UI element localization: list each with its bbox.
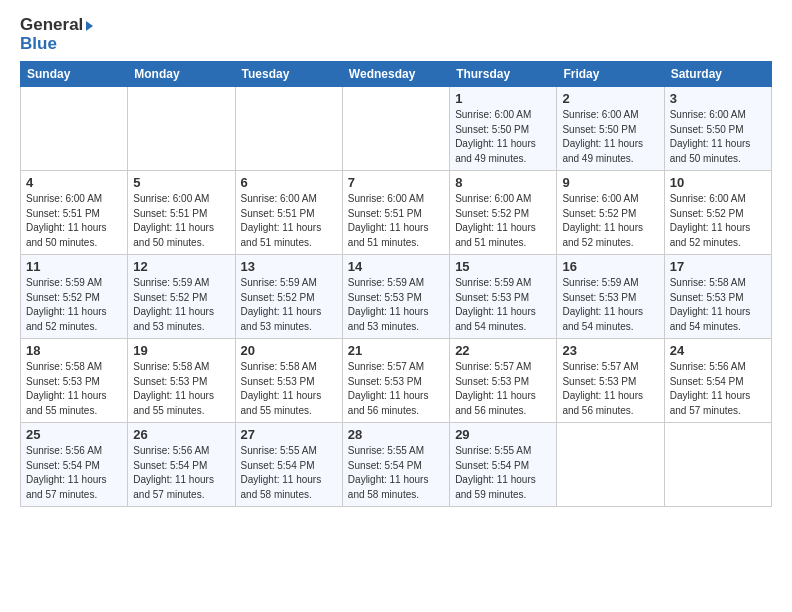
calendar-cell: 24Sunrise: 5:56 AMSunset: 5:54 PMDayligh… bbox=[664, 339, 771, 423]
day-number: 26 bbox=[133, 427, 229, 442]
day-info: Sunrise: 5:59 AMSunset: 5:52 PMDaylight:… bbox=[241, 276, 337, 334]
day-number: 13 bbox=[241, 259, 337, 274]
day-info: Sunrise: 5:56 AMSunset: 5:54 PMDaylight:… bbox=[26, 444, 122, 502]
calendar-cell: 11Sunrise: 5:59 AMSunset: 5:52 PMDayligh… bbox=[21, 255, 128, 339]
calendar-cell: 7Sunrise: 6:00 AMSunset: 5:51 PMDaylight… bbox=[342, 171, 449, 255]
day-number: 9 bbox=[562, 175, 658, 190]
logo-blue: Blue bbox=[20, 35, 93, 54]
day-number: 29 bbox=[455, 427, 551, 442]
day-info: Sunrise: 6:00 AMSunset: 5:50 PMDaylight:… bbox=[670, 108, 766, 166]
day-number: 25 bbox=[26, 427, 122, 442]
day-info: Sunrise: 5:57 AMSunset: 5:53 PMDaylight:… bbox=[455, 360, 551, 418]
day-info: Sunrise: 5:57 AMSunset: 5:53 PMDaylight:… bbox=[348, 360, 444, 418]
day-number: 1 bbox=[455, 91, 551, 106]
day-info: Sunrise: 5:55 AMSunset: 5:54 PMDaylight:… bbox=[241, 444, 337, 502]
calendar-cell: 4Sunrise: 6:00 AMSunset: 5:51 PMDaylight… bbox=[21, 171, 128, 255]
calendar-cell: 13Sunrise: 5:59 AMSunset: 5:52 PMDayligh… bbox=[235, 255, 342, 339]
day-info: Sunrise: 6:00 AMSunset: 5:51 PMDaylight:… bbox=[241, 192, 337, 250]
day-number: 12 bbox=[133, 259, 229, 274]
day-info: Sunrise: 6:00 AMSunset: 5:51 PMDaylight:… bbox=[26, 192, 122, 250]
day-number: 4 bbox=[26, 175, 122, 190]
calendar-cell: 23Sunrise: 5:57 AMSunset: 5:53 PMDayligh… bbox=[557, 339, 664, 423]
day-number: 27 bbox=[241, 427, 337, 442]
weekday-header-tuesday: Tuesday bbox=[235, 62, 342, 87]
day-info: Sunrise: 5:58 AMSunset: 5:53 PMDaylight:… bbox=[133, 360, 229, 418]
day-number: 5 bbox=[133, 175, 229, 190]
day-info: Sunrise: 6:00 AMSunset: 5:50 PMDaylight:… bbox=[562, 108, 658, 166]
calendar-cell bbox=[128, 87, 235, 171]
day-info: Sunrise: 5:58 AMSunset: 5:53 PMDaylight:… bbox=[26, 360, 122, 418]
day-info: Sunrise: 5:59 AMSunset: 5:53 PMDaylight:… bbox=[455, 276, 551, 334]
header: General Blue bbox=[20, 16, 772, 53]
calendar-cell: 19Sunrise: 5:58 AMSunset: 5:53 PMDayligh… bbox=[128, 339, 235, 423]
day-number: 19 bbox=[133, 343, 229, 358]
logo-wordmark: General Blue bbox=[20, 16, 93, 53]
day-info: Sunrise: 5:57 AMSunset: 5:53 PMDaylight:… bbox=[562, 360, 658, 418]
calendar-cell: 1Sunrise: 6:00 AMSunset: 5:50 PMDaylight… bbox=[450, 87, 557, 171]
calendar-cell: 15Sunrise: 5:59 AMSunset: 5:53 PMDayligh… bbox=[450, 255, 557, 339]
day-info: Sunrise: 5:58 AMSunset: 5:53 PMDaylight:… bbox=[670, 276, 766, 334]
calendar-cell bbox=[342, 87, 449, 171]
calendar-cell bbox=[235, 87, 342, 171]
day-number: 14 bbox=[348, 259, 444, 274]
day-info: Sunrise: 6:00 AMSunset: 5:52 PMDaylight:… bbox=[455, 192, 551, 250]
day-number: 18 bbox=[26, 343, 122, 358]
calendar-cell: 2Sunrise: 6:00 AMSunset: 5:50 PMDaylight… bbox=[557, 87, 664, 171]
calendar-cell: 14Sunrise: 5:59 AMSunset: 5:53 PMDayligh… bbox=[342, 255, 449, 339]
calendar-cell: 17Sunrise: 5:58 AMSunset: 5:53 PMDayligh… bbox=[664, 255, 771, 339]
calendar-cell: 16Sunrise: 5:59 AMSunset: 5:53 PMDayligh… bbox=[557, 255, 664, 339]
day-info: Sunrise: 5:59 AMSunset: 5:52 PMDaylight:… bbox=[26, 276, 122, 334]
day-number: 7 bbox=[348, 175, 444, 190]
calendar-cell: 6Sunrise: 6:00 AMSunset: 5:51 PMDaylight… bbox=[235, 171, 342, 255]
day-number: 11 bbox=[26, 259, 122, 274]
day-info: Sunrise: 5:59 AMSunset: 5:52 PMDaylight:… bbox=[133, 276, 229, 334]
weekday-header-wednesday: Wednesday bbox=[342, 62, 449, 87]
day-number: 3 bbox=[670, 91, 766, 106]
day-info: Sunrise: 6:00 AMSunset: 5:52 PMDaylight:… bbox=[562, 192, 658, 250]
weekday-header-friday: Friday bbox=[557, 62, 664, 87]
calendar-cell: 26Sunrise: 5:56 AMSunset: 5:54 PMDayligh… bbox=[128, 423, 235, 507]
day-number: 21 bbox=[348, 343, 444, 358]
day-info: Sunrise: 5:56 AMSunset: 5:54 PMDaylight:… bbox=[670, 360, 766, 418]
day-number: 10 bbox=[670, 175, 766, 190]
day-info: Sunrise: 5:56 AMSunset: 5:54 PMDaylight:… bbox=[133, 444, 229, 502]
day-info: Sunrise: 6:00 AMSunset: 5:52 PMDaylight:… bbox=[670, 192, 766, 250]
calendar-cell: 22Sunrise: 5:57 AMSunset: 5:53 PMDayligh… bbox=[450, 339, 557, 423]
day-number: 8 bbox=[455, 175, 551, 190]
day-info: Sunrise: 6:00 AMSunset: 5:51 PMDaylight:… bbox=[133, 192, 229, 250]
day-info: Sunrise: 6:00 AMSunset: 5:50 PMDaylight:… bbox=[455, 108, 551, 166]
calendar-cell: 18Sunrise: 5:58 AMSunset: 5:53 PMDayligh… bbox=[21, 339, 128, 423]
calendar-cell: 28Sunrise: 5:55 AMSunset: 5:54 PMDayligh… bbox=[342, 423, 449, 507]
calendar-table: SundayMondayTuesdayWednesdayThursdayFrid… bbox=[20, 61, 772, 507]
day-number: 17 bbox=[670, 259, 766, 274]
weekday-header-monday: Monday bbox=[128, 62, 235, 87]
calendar-cell bbox=[664, 423, 771, 507]
calendar-cell: 20Sunrise: 5:58 AMSunset: 5:53 PMDayligh… bbox=[235, 339, 342, 423]
day-number: 22 bbox=[455, 343, 551, 358]
day-info: Sunrise: 5:58 AMSunset: 5:53 PMDaylight:… bbox=[241, 360, 337, 418]
day-number: 6 bbox=[241, 175, 337, 190]
weekday-header-sunday: Sunday bbox=[21, 62, 128, 87]
calendar-cell: 9Sunrise: 6:00 AMSunset: 5:52 PMDaylight… bbox=[557, 171, 664, 255]
calendar-cell: 3Sunrise: 6:00 AMSunset: 5:50 PMDaylight… bbox=[664, 87, 771, 171]
day-number: 20 bbox=[241, 343, 337, 358]
calendar-cell: 5Sunrise: 6:00 AMSunset: 5:51 PMDaylight… bbox=[128, 171, 235, 255]
calendar-cell bbox=[21, 87, 128, 171]
calendar-cell: 27Sunrise: 5:55 AMSunset: 5:54 PMDayligh… bbox=[235, 423, 342, 507]
calendar-cell: 10Sunrise: 6:00 AMSunset: 5:52 PMDayligh… bbox=[664, 171, 771, 255]
weekday-header-thursday: Thursday bbox=[450, 62, 557, 87]
logo: General Blue bbox=[20, 16, 93, 53]
day-info: Sunrise: 5:59 AMSunset: 5:53 PMDaylight:… bbox=[348, 276, 444, 334]
day-info: Sunrise: 5:55 AMSunset: 5:54 PMDaylight:… bbox=[455, 444, 551, 502]
day-number: 15 bbox=[455, 259, 551, 274]
day-number: 24 bbox=[670, 343, 766, 358]
day-number: 23 bbox=[562, 343, 658, 358]
day-number: 2 bbox=[562, 91, 658, 106]
day-number: 28 bbox=[348, 427, 444, 442]
calendar-cell: 21Sunrise: 5:57 AMSunset: 5:53 PMDayligh… bbox=[342, 339, 449, 423]
logo-general: General bbox=[20, 16, 93, 35]
day-number: 16 bbox=[562, 259, 658, 274]
calendar-cell: 29Sunrise: 5:55 AMSunset: 5:54 PMDayligh… bbox=[450, 423, 557, 507]
day-info: Sunrise: 6:00 AMSunset: 5:51 PMDaylight:… bbox=[348, 192, 444, 250]
weekday-header-saturday: Saturday bbox=[664, 62, 771, 87]
